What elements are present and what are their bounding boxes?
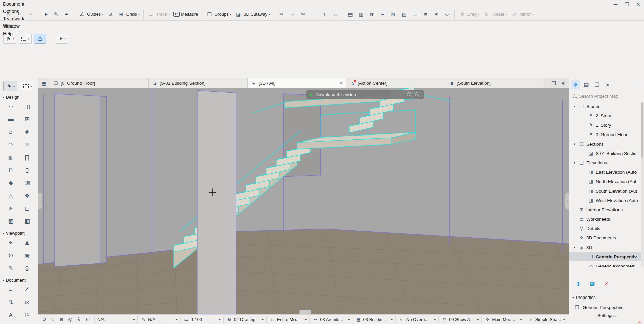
guides-dropdown[interactable]: ∠Guides▾ [77, 10, 105, 19]
panel-collapse-left-handle[interactable]: ‹ [38, 193, 42, 209]
tab-action-center[interactable]: ⌂[Action Center] [346, 78, 445, 88]
adjust-button[interactable]: ⊣ [287, 10, 298, 19]
structure-display-field[interactable]: ⌂Entire Mo...▸ [266, 316, 309, 323]
beam-tool-button[interactable]: ⊓ [5, 165, 17, 175]
menu-document[interactable]: Document [0, 0, 28, 8]
menu-window[interactable]: Window [0, 22, 28, 30]
menu-teamwork[interactable]: Teamwork [0, 15, 28, 22]
3d-style-field[interactable]: ◑Simple Sha...▸ [525, 316, 568, 323]
tree-item-interior-elevations[interactable]: ⊞Interior Elevations [569, 205, 644, 214]
tree-item-south-elevation-aut[interactable]: ◨South Elevation (Aut [569, 186, 644, 196]
tab-south-elevation[interactable]: ◨[South Elevation] [445, 78, 544, 88]
label-tool-button[interactable]: ⚐ [21, 310, 33, 320]
cutaway-dropdown[interactable]: ◪3D Cutaway▾ [233, 10, 271, 19]
tab-s-01-building-section[interactable]: ◪[S-01 Building Section] [149, 78, 248, 88]
tree-scrollbar[interactable] [641, 102, 644, 267]
level-dimension-tool-button[interactable]: ⇅ [5, 298, 17, 307]
zoom-next-button[interactable]: ↻ [49, 316, 57, 323]
layer-combination-field[interactable]: ≋02 Drafting▸ [223, 316, 266, 323]
grids-dropdown[interactable]: ⊞Grids▾ [116, 10, 141, 19]
explore-button[interactable]: λ [75, 316, 83, 323]
design-options-field[interactable]: ❖Main Mod...▸ [481, 316, 524, 323]
search-input[interactable] [579, 94, 639, 99]
layout-book-button[interactable]: ❐ [593, 80, 601, 89]
roof-tool-button[interactable]: ⌂ [5, 127, 17, 137]
tree-item-3d[interactable]: ▾◈3D [569, 242, 644, 252]
tree-item-worksheets[interactable]: ▤Worksheets [569, 214, 644, 224]
measure-button[interactable]: 12Measure [172, 11, 200, 18]
renovation-filter-field[interactable]: ▽00 Show A...▸ [438, 316, 481, 323]
menu-options[interactable]: Options [0, 8, 28, 15]
tree-item-west-elevation-auto[interactable]: ◨West Elevation (Auto [569, 196, 644, 205]
search-box[interactable] [571, 92, 641, 100]
skylight-tool-button[interactable]: ◈ [21, 127, 33, 137]
resize-button[interactable]: ↕ [320, 10, 330, 19]
tree-item-north-elevation-aut[interactable]: ◨North Elevation (Aut [569, 177, 644, 186]
magic-wand-button[interactable]: ✶ [431, 10, 441, 19]
distribute-button[interactable]: ≡ [421, 10, 431, 19]
edit-roof-button[interactable]: ⊠ [388, 10, 398, 19]
download-video-overlay[interactable]: ▶ Download this video ? x [306, 90, 424, 99]
viewport-bottom-handle[interactable] [299, 310, 311, 314]
drag-dropdown[interactable]: ✥Drag▾ [457, 10, 481, 19]
view-settings-field[interactable]: N/A▸ [94, 316, 137, 323]
stretch-button[interactable]: ↔ [330, 10, 340, 19]
mesh-tool-button[interactable]: △ [5, 191, 17, 200]
scrollbar-thumb[interactable] [641, 102, 643, 158]
view-map-button[interactable]: ▤ [582, 80, 591, 89]
link-button[interactable]: ∞ [442, 10, 452, 19]
tree-item-2-story[interactable]: ⚑2. Story [569, 111, 644, 120]
tree-item-east-elevation-auto[interactable]: ◨East Elevation (Auto [569, 167, 644, 177]
chevron-down-icon[interactable]: ▾ [572, 161, 577, 164]
rotate-dropdown[interactable]: ↻Rotate▾ [481, 10, 508, 19]
detail-tool-button[interactable]: ◎ [21, 263, 33, 273]
tree-item-generic-axonometr[interactable]: ◇Generic Axonometr [569, 261, 644, 267]
pen-set-field[interactable]: ✒03 Archite...▸ [309, 316, 352, 323]
column-tool-button[interactable]: ▯ [21, 165, 33, 175]
edit-columns-button[interactable]: ▥ [356, 10, 366, 19]
tab-0-ground-floor[interactable]: ❏[0. Ground Floor] [50, 78, 149, 88]
angle-dimension-tool-button[interactable]: ∠ [21, 285, 33, 294]
favorites-field[interactable]: ✎N/A▸ [137, 316, 180, 323]
fillet-button[interactable]: ⌣ [309, 10, 319, 19]
zoom-previous-button[interactable]: ↺ [40, 316, 48, 323]
tree-item-generic-perspectiv[interactable]: ❒Generic Perspectiv [569, 252, 644, 261]
marquee-tool-button[interactable]: ▸ [20, 81, 34, 91]
trace-dropdown[interactable]: ▱Trace▾ [146, 10, 171, 19]
edit-slab-button[interactable]: ⊟ [378, 10, 388, 19]
add-viewpoint-button[interactable]: ⊕ [574, 280, 583, 288]
close-tab-icon[interactable]: ✕ [340, 80, 343, 85]
snap-toggle-button[interactable]: Ω [34, 34, 46, 44]
zone-tool-button[interactable]: ▨ [21, 178, 33, 187]
update-zones-button[interactable]: ▤ [345, 10, 356, 19]
tree-item-3d-documents[interactable]: ❖3D Documents [569, 233, 644, 242]
align-button[interactable]: ≣ [410, 10, 420, 19]
layers-button[interactable]: ≋ [367, 10, 377, 19]
split-button[interactable]: ✂ [277, 10, 287, 19]
tab-list-button[interactable]: ❐ [550, 79, 558, 87]
orbit-button[interactable]: ◎ [66, 316, 74, 323]
tab-menu-button[interactable]: ▾ [559, 79, 567, 87]
tree-item-0-ground-floor[interactable]: ⚑0. Ground Floor [569, 130, 644, 139]
radial-dimension-tool-button[interactable]: ⊘ [21, 298, 33, 307]
morph-tool-button[interactable]: ◆ [5, 178, 17, 187]
pick-up-parameters-button[interactable]: ✒ [62, 10, 72, 19]
groups-dropdown[interactable]: ❐Groups▾ [204, 10, 233, 19]
tree-item-elevations[interactable]: ▾❏Elevations [569, 158, 644, 167]
worksheet-tool-button[interactable]: ✎ [5, 263, 17, 273]
overlay-help-button[interactable]: ? [407, 92, 412, 97]
publisher-button[interactable]: ➤ [603, 80, 612, 89]
palette-section-viewpoint[interactable]: ▾Viewpoint [0, 229, 38, 237]
overlay-close-button[interactable]: x [415, 92, 420, 97]
interior-elevation-tool-button[interactable]: ⊙ [5, 251, 17, 260]
tab-overview-button[interactable]: ▦ [40, 79, 48, 87]
3d-viewport[interactable]: ▶ Download this video ? x ‹ › [38, 88, 569, 314]
model-view-options-field[interactable]: ▦03 Buildin...▸ [353, 316, 395, 323]
panel-collapse-right-handle[interactable]: › [565, 193, 569, 209]
cursor-quick-button[interactable]: ➤▸ [55, 34, 68, 44]
trim-button[interactable]: ✄ [298, 10, 308, 19]
warning-icon[interactable]: ⚠ [636, 319, 643, 324]
elevation-tool-button[interactable]: ▲ [21, 238, 33, 247]
drawing-scale-field[interactable]: ▭1:100▸ [180, 316, 223, 323]
graphic-override-field[interactable]: ◐No Overri...▸ [395, 316, 438, 323]
